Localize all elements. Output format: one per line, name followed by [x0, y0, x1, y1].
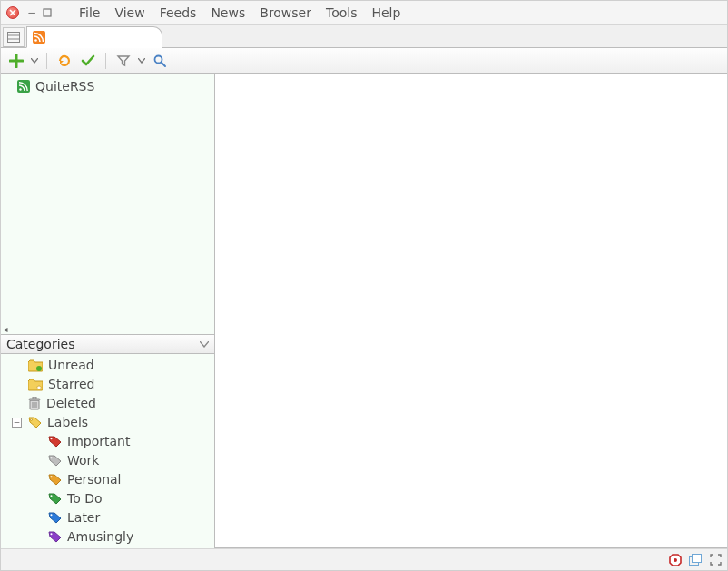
- tag-icon: [48, 474, 62, 486]
- trash-icon: [28, 397, 41, 410]
- minimize-icon[interactable]: −: [25, 6, 39, 19]
- chevron-down-icon: [200, 341, 209, 348]
- collapse-handle-icon[interactable]: ◂: [1, 323, 10, 334]
- layout-tab-button[interactable]: [3, 27, 25, 47]
- svg-point-23: [51, 533, 53, 535]
- label-text: Important: [67, 433, 130, 450]
- svg-point-5: [34, 39, 37, 42]
- menu-news[interactable]: News: [203, 3, 252, 23]
- svg-point-20: [51, 476, 53, 477]
- fullscreen-icon[interactable]: [710, 554, 722, 566]
- maximize-icon[interactable]: [43, 8, 57, 17]
- label-text: Later: [67, 509, 100, 527]
- tag-icon: [48, 531, 62, 543]
- label-personal[interactable]: Personal: [1, 470, 214, 489]
- category-label: Starred: [48, 376, 94, 393]
- menu-file[interactable]: File: [72, 3, 107, 23]
- svg-rect-27: [693, 555, 702, 563]
- category-label: Deleted: [46, 395, 96, 412]
- add-feed-button[interactable]: [6, 51, 26, 71]
- menu-help[interactable]: Help: [364, 3, 408, 23]
- tabstrip: [1, 25, 727, 48]
- category-deleted[interactable]: Deleted: [1, 394, 214, 413]
- separator: [46, 53, 47, 69]
- categories-body: Unread Starred Delet: [1, 354, 214, 548]
- category-labels[interactable]: − Labels: [1, 413, 214, 432]
- tag-icon: [48, 512, 62, 524]
- svg-rect-0: [44, 9, 51, 16]
- label-later[interactable]: Later: [1, 508, 214, 527]
- svg-point-21: [51, 495, 53, 497]
- svg-point-25: [674, 558, 677, 562]
- content-pane: [215, 74, 727, 548]
- svg-rect-8: [17, 80, 30, 93]
- adblock-icon[interactable]: [669, 554, 682, 566]
- svg-rect-1: [8, 33, 20, 43]
- app-window: − File View Feeds News Browser Tools Hel…: [0, 0, 728, 571]
- close-icon[interactable]: [6, 6, 19, 19]
- category-label: Unread: [48, 357, 94, 374]
- menu-view[interactable]: View: [107, 3, 152, 23]
- category-starred[interactable]: Starred: [1, 375, 214, 394]
- categories-title: Categories: [6, 337, 74, 351]
- svg-line-7: [162, 63, 165, 66]
- label-todo[interactable]: To Do: [1, 489, 214, 508]
- tag-yellow-icon: [28, 417, 42, 428]
- filter-button[interactable]: [113, 51, 133, 71]
- filter-dropdown[interactable]: [137, 58, 146, 64]
- tag-icon: [48, 455, 62, 467]
- rss-green-icon: [17, 80, 30, 93]
- main-area: QuiteRSS ◂ Categories Unread: [1, 74, 727, 548]
- search-button[interactable]: [150, 51, 170, 71]
- tag-icon: [48, 493, 62, 505]
- rss-icon: [33, 31, 45, 44]
- label-important[interactable]: Important: [1, 432, 214, 451]
- statusbar: [1, 548, 727, 570]
- label-text: Personal: [67, 471, 122, 488]
- refresh-button[interactable]: [54, 51, 74, 71]
- svg-point-22: [51, 514, 53, 516]
- feed-item[interactable]: QuiteRSS: [1, 77, 214, 95]
- expander-icon[interactable]: −: [12, 418, 22, 428]
- folder-starred-icon: [28, 379, 43, 391]
- feed-label: QuiteRSS: [35, 79, 94, 94]
- windows-icon[interactable]: [689, 554, 703, 566]
- label-amusingly[interactable]: Amusingly: [1, 527, 214, 546]
- menu-browser[interactable]: Browser: [252, 3, 319, 23]
- svg-point-9: [19, 88, 21, 90]
- label-text: To Do: [67, 490, 103, 507]
- category-label: Labels: [47, 414, 88, 431]
- category-unread[interactable]: Unread: [1, 356, 214, 375]
- svg-point-17: [31, 418, 33, 420]
- svg-point-10: [36, 366, 42, 371]
- add-feed-dropdown[interactable]: [30, 58, 39, 64]
- label-work[interactable]: Work: [1, 451, 214, 470]
- folder-unread-icon: [28, 359, 43, 372]
- mark-read-button[interactable]: [78, 51, 98, 71]
- feeds-pane: QuiteRSS ◂: [1, 74, 214, 334]
- sidebar: QuiteRSS ◂ Categories Unread: [1, 74, 215, 548]
- label-text: Amusingly: [67, 528, 133, 546]
- separator: [105, 53, 106, 69]
- svg-point-19: [51, 457, 53, 458]
- svg-rect-13: [33, 397, 36, 399]
- menu-feeds[interactable]: Feeds: [152, 3, 204, 23]
- label-text: Work: [67, 452, 99, 469]
- menubar: − File View Feeds News Browser Tools Hel…: [1, 1, 727, 25]
- tag-icon: [48, 436, 62, 448]
- toolbar: [1, 48, 727, 74]
- svg-point-18: [51, 438, 53, 439]
- menu-items: File View Feeds News Browser Tools Help: [72, 3, 408, 23]
- categories-header[interactable]: Categories: [1, 334, 214, 354]
- active-feed-tab[interactable]: [26, 26, 162, 48]
- menu-tools[interactable]: Tools: [319, 3, 365, 23]
